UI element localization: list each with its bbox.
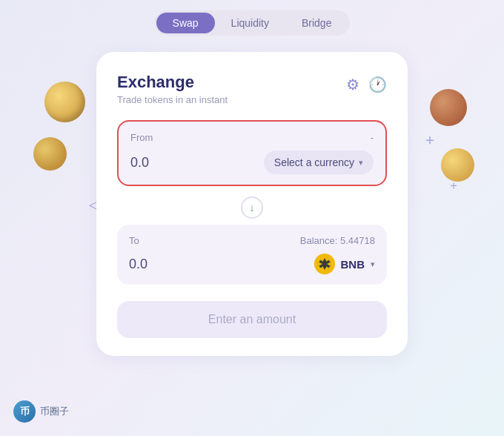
tab-bridge[interactable]: Bridge [285, 13, 348, 33]
from-amount: 0.0 [130, 155, 149, 171]
to-balance: Balance: 5.44718 [300, 235, 375, 246]
history-button[interactable]: 🕐 [368, 76, 387, 93]
from-box: From - 0.0 Select a currency ▾ [117, 120, 387, 186]
card-header: Exchange Trade tokens in an instant ⚙ 🕐 [117, 73, 387, 105]
from-label: From [130, 132, 153, 143]
enter-amount-button[interactable]: Enter an amount [117, 301, 387, 338]
deco-plus-2: ＋ [448, 178, 460, 194]
from-box-row: 0.0 Select a currency ▾ [130, 151, 374, 174]
card-title: Exchange [117, 73, 228, 92]
tab-liquidity[interactable]: Liquidity [215, 13, 285, 33]
to-box-label-row: To Balance: 5.44718 [129, 235, 375, 246]
currency-placeholder-text: Select a currency [274, 156, 354, 168]
currency-chevron-icon: ▾ [359, 158, 363, 168]
swap-arrow-container: ↓ [117, 191, 387, 225]
card-subtitle: Trade tokens in an instant [117, 94, 228, 105]
to-box: To Balance: 5.44718 0.0 BNB ▾ [117, 225, 387, 285]
bnb-label: BNB [341, 258, 365, 271]
bnb-token-selector[interactable]: BNB ▾ [314, 254, 376, 274]
tab-bar: Swap Liquidity Bridge [154, 10, 351, 36]
deco-coin-left-mid [33, 137, 67, 171]
to-label: To [129, 235, 139, 246]
swap-direction-button[interactable]: ↓ [241, 196, 263, 219]
down-arrow-icon: ↓ [250, 202, 255, 214]
watermark-icon: 币 [13, 400, 36, 423]
from-box-label-row: From - [130, 132, 374, 143]
deco-coin-left-top [44, 82, 85, 122]
deco-coin-right-mid [441, 148, 474, 182]
settings-button[interactable]: ⚙ [346, 76, 359, 93]
exchange-card: Exchange Trade tokens in an instant ⚙ 🕐 … [96, 52, 408, 356]
watermark: 币 币圈子 [13, 400, 69, 423]
deco-plus-1: ＋ [422, 130, 437, 150]
card-title-group: Exchange Trade tokens in an instant [117, 73, 228, 105]
bnb-icon [314, 254, 335, 274]
deco-coin-right-top [430, 89, 467, 126]
tab-swap[interactable]: Swap [156, 13, 215, 33]
to-box-row: 0.0 BNB ▾ [129, 254, 375, 274]
watermark-text: 币圈子 [40, 405, 69, 418]
to-amount: 0.0 [129, 257, 147, 272]
card-action-icons: ⚙ 🕐 [346, 76, 387, 93]
svg-marker-0 [319, 259, 330, 270]
select-currency-button[interactable]: Select a currency ▾ [264, 151, 374, 174]
from-dash: - [371, 132, 374, 143]
bnb-chevron-icon: ▾ [371, 260, 375, 269]
